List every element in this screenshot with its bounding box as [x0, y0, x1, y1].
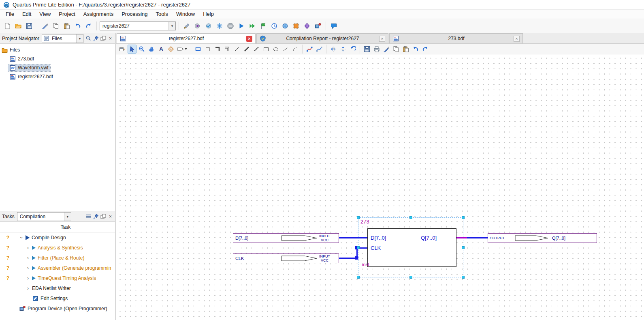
output-pin-q[interactable]: OUTPUT Q[7..0]: [488, 233, 597, 243]
pin-panel-icon[interactable]: [92, 35, 99, 42]
schematic-canvas[interactable]: D[7..0] INPUT VCC CLK INPUT VCC: [116, 54, 644, 320]
selection-handle[interactable]: [357, 216, 360, 219]
chevron-down-icon[interactable]: ▾: [76, 34, 83, 43]
expander-icon[interactable]: ›: [26, 255, 30, 261]
task-view-icon[interactable]: [85, 213, 92, 220]
cut-icon[interactable]: [382, 45, 391, 54]
task-row-edit-settings[interactable]: Edit Settings: [0, 293, 115, 303]
menu-help[interactable]: Help: [199, 10, 218, 19]
redo-icon[interactable]: [84, 21, 94, 31]
diagonal-conduit-tool-icon[interactable]: [252, 45, 261, 54]
chevron-down-icon[interactable]: ▾: [168, 22, 175, 30]
pin-planner-icon[interactable]: [291, 21, 301, 31]
task-label[interactable]: EDA Netlist Writer: [32, 286, 71, 291]
orthogonal-node-tool-icon[interactable]: [203, 45, 212, 54]
paste-icon[interactable]: [401, 45, 410, 54]
selection-handle[interactable]: [409, 276, 412, 279]
symbol-tool-icon[interactable]: [166, 45, 175, 54]
pin-panel-icon[interactable]: [92, 213, 99, 220]
tree-item-register2627-bdf[interactable]: register2627.bdf: [0, 72, 115, 81]
tasks-combobox[interactable]: Compilation ▾: [17, 212, 71, 221]
block-273-symbol[interactable]: D[7..0] CLK Q[7..0]: [367, 228, 456, 267]
tree-item-files[interactable]: Files: [0, 45, 115, 54]
selection-handle[interactable]: [462, 216, 465, 219]
open-file-icon[interactable]: [13, 21, 23, 31]
tree-item-waveform-vwf[interactable]: Waveform.vwf: [0, 63, 115, 72]
task-label[interactable]: Program Device (Open Programmer): [28, 306, 107, 311]
stop-icon[interactable]: [226, 21, 235, 31]
text-tool-icon[interactable]: A: [157, 45, 166, 54]
selection-handle[interactable]: [462, 246, 465, 249]
undo-icon[interactable]: [73, 21, 83, 31]
new-file-icon[interactable]: [2, 21, 12, 31]
expander-icon[interactable]: ›: [26, 245, 30, 251]
project-combobox[interactable]: register2627 ▾: [100, 21, 176, 30]
close-tab-icon[interactable]: ×: [379, 36, 385, 42]
task-row-fitter[interactable]: ? › Fitter (Place & Route): [0, 253, 115, 263]
expander-icon[interactable]: ›: [26, 265, 30, 271]
pin-tool-icon[interactable]: [176, 45, 188, 54]
task-row-timequest[interactable]: ? › TimeQuest Timing Analysis: [0, 273, 115, 283]
tab-register2627-bdf[interactable]: register2627.bdf ×: [117, 33, 256, 43]
task-label[interactable]: Edit Settings: [41, 296, 68, 301]
undo-icon[interactable]: [411, 45, 420, 54]
tab-label[interactable]: register2627.bdf: [129, 36, 244, 41]
rectangle-tool-icon[interactable]: [262, 45, 271, 54]
diagonal-bus-tool-icon[interactable]: [242, 45, 251, 54]
hand-tool-icon[interactable]: [147, 45, 156, 54]
close-panel-icon[interactable]: ×: [107, 213, 114, 220]
save-icon[interactable]: [363, 45, 371, 54]
task-label[interactable]: Analysis & Synthesis: [38, 245, 83, 251]
print-icon[interactable]: [372, 45, 381, 54]
search-icon[interactable]: [85, 35, 92, 42]
menu-file[interactable]: File: [2, 10, 18, 19]
orthogonal-bus-tool-icon[interactable]: [213, 45, 222, 54]
task-label[interactable]: Compile Design: [32, 235, 66, 241]
task-label[interactable]: Assembler (Generate programmin: [38, 265, 111, 271]
close-tab-icon[interactable]: ×: [514, 36, 520, 42]
schematic-wires[interactable]: [116, 54, 643, 320]
float-panel-icon[interactable]: [100, 35, 107, 42]
timequest-icon[interactable]: [269, 21, 279, 31]
input-pin-d[interactable]: D[7..0] INPUT VCC: [233, 233, 339, 243]
timing-closure-icon[interactable]: [258, 21, 268, 31]
close-tab-icon[interactable]: ×: [246, 36, 252, 42]
tree-item-273-bdf[interactable]: 273.bdf: [0, 54, 115, 63]
cut-icon[interactable]: [40, 21, 50, 31]
fitter-icon[interactable]: [215, 21, 224, 31]
input-pin-clk[interactable]: CLK INPUT VCC: [233, 253, 339, 263]
orthogonal-conduit-tool-icon[interactable]: [223, 45, 232, 54]
detach-window-icon[interactable]: [118, 45, 127, 54]
menu-processing[interactable]: Processing: [117, 10, 151, 19]
menu-edit[interactable]: Edit: [18, 10, 35, 19]
edit-tool-icon[interactable]: [182, 21, 192, 31]
copy-icon[interactable]: [51, 21, 61, 31]
zoom-tool-icon[interactable]: [137, 45, 146, 54]
task-label[interactable]: TimeQuest Timing Analysis: [38, 275, 96, 281]
selection-handle[interactable]: [357, 276, 360, 279]
selection-handle[interactable]: [357, 246, 360, 249]
selection-tool-icon[interactable]: [128, 45, 136, 54]
diagonal-node-tool-icon[interactable]: [232, 45, 241, 54]
task-row-program-device[interactable]: Program Device (Open Programmer): [0, 303, 115, 314]
task-row-assembler[interactable]: ? › Assembler (Generate programmin: [0, 263, 115, 273]
tab-compilation-report[interactable]: Compilation Report - register2627 ×: [256, 33, 388, 43]
menu-assignments[interactable]: Assignments: [79, 10, 117, 19]
rubberbanding-icon[interactable]: [305, 45, 314, 54]
chevron-down-icon[interactable]: ▾: [64, 213, 71, 221]
menu-tools[interactable]: Tools: [152, 10, 172, 19]
copy-icon[interactable]: [392, 45, 401, 54]
expander-icon[interactable]: ›: [26, 275, 30, 281]
start-compilation-icon[interactable]: [193, 21, 203, 31]
task-row-analysis-synthesis[interactable]: ? › Analysis & Synthesis: [0, 243, 115, 253]
save-icon[interactable]: [24, 21, 34, 31]
menu-project[interactable]: Project: [55, 10, 79, 19]
selection-handle[interactable]: [462, 276, 465, 279]
task-label[interactable]: Fitter (Place & Route): [38, 255, 84, 261]
rapid-recompile-icon[interactable]: [247, 21, 257, 31]
close-panel-icon[interactable]: ×: [107, 35, 114, 42]
float-panel-icon[interactable]: [100, 213, 107, 220]
task-row-eda-netlist-writer[interactable]: › EDA Netlist Writer: [0, 283, 115, 293]
menu-window[interactable]: Window: [172, 10, 199, 19]
flip-horizontal-icon[interactable]: [329, 45, 338, 54]
